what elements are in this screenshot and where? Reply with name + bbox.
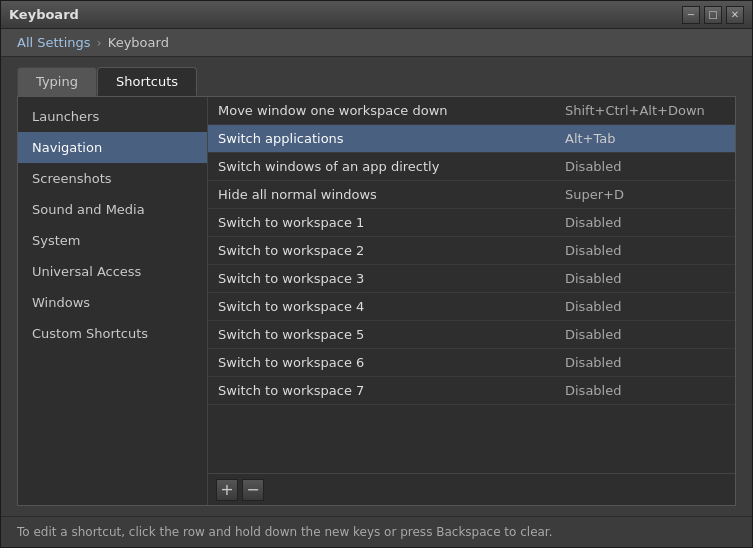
shortcut-name: Switch to workspace 5 xyxy=(218,327,565,342)
sidebar-item-custom-shortcuts[interactable]: Custom Shortcuts xyxy=(18,318,207,349)
shortcut-key: Disabled xyxy=(565,355,725,370)
shortcut-key: Disabled xyxy=(565,271,725,286)
table-row[interactable]: Switch to workspace 1Disabled xyxy=(208,209,735,237)
shortcut-name: Switch windows of an app directly xyxy=(218,159,565,174)
title-bar: Keyboard − □ ✕ xyxy=(1,1,752,29)
sidebar: Launchers Navigation Screenshots Sound a… xyxy=(18,97,208,505)
table-row[interactable]: Switch to workspace 3Disabled xyxy=(208,265,735,293)
shortcut-key: Disabled xyxy=(565,243,725,258)
shortcut-key: Alt+Tab xyxy=(565,131,725,146)
shortcut-name: Switch applications xyxy=(218,131,565,146)
sidebar-item-windows[interactable]: Windows xyxy=(18,287,207,318)
table-row[interactable]: Move window one workspace downShift+Ctrl… xyxy=(208,97,735,125)
shortcut-key: Shift+Ctrl+Alt+Down xyxy=(565,103,725,118)
shortcut-key: Disabled xyxy=(565,215,725,230)
shortcut-key: Disabled xyxy=(565,383,725,398)
breadcrumb-separator: › xyxy=(97,35,102,50)
shortcut-key: Disabled xyxy=(565,159,725,174)
status-bar: To edit a shortcut, click the row and ho… xyxy=(1,516,752,547)
sidebar-item-system[interactable]: System xyxy=(18,225,207,256)
shortcut-key: Disabled xyxy=(565,327,725,342)
shortcut-key: Super+D xyxy=(565,187,725,202)
table-row[interactable]: Switch to workspace 2Disabled xyxy=(208,237,735,265)
table-row[interactable]: Hide all normal windowsSuper+D xyxy=(208,181,735,209)
breadcrumb-all-settings[interactable]: All Settings xyxy=(17,35,91,50)
shortcut-name: Switch to workspace 7 xyxy=(218,383,565,398)
add-shortcut-button[interactable]: + xyxy=(216,479,238,501)
minimize-button[interactable]: − xyxy=(682,6,700,24)
sidebar-item-launchers[interactable]: Launchers xyxy=(18,101,207,132)
window-controls: − □ ✕ xyxy=(682,6,744,24)
shortcut-key: Disabled xyxy=(565,299,725,314)
shortcut-name: Hide all normal windows xyxy=(218,187,565,202)
table-footer: + − xyxy=(208,473,735,505)
sidebar-item-sound-and-media[interactable]: Sound and Media xyxy=(18,194,207,225)
panel: Launchers Navigation Screenshots Sound a… xyxy=(17,96,736,506)
table-row[interactable]: Switch to workspace 4Disabled xyxy=(208,293,735,321)
content-area: Move window one workspace downShift+Ctrl… xyxy=(208,97,735,505)
close-button[interactable]: ✕ xyxy=(726,6,744,24)
shortcut-name: Switch to workspace 6 xyxy=(218,355,565,370)
sidebar-item-navigation[interactable]: Navigation xyxy=(18,132,207,163)
maximize-button[interactable]: □ xyxy=(704,6,722,24)
keyboard-window: Keyboard − □ ✕ All Settings › Keyboard T… xyxy=(0,0,753,548)
tab-shortcuts[interactable]: Shortcuts xyxy=(97,67,197,96)
shortcut-name: Switch to workspace 1 xyxy=(218,215,565,230)
table-row[interactable]: Switch to workspace 6Disabled xyxy=(208,349,735,377)
shortcuts-table[interactable]: Move window one workspace downShift+Ctrl… xyxy=(208,97,735,473)
table-row[interactable]: Switch windows of an app directlyDisable… xyxy=(208,153,735,181)
tab-typing[interactable]: Typing xyxy=(17,67,97,96)
main-content: Typing Shortcuts Launchers Navigation Sc… xyxy=(1,57,752,516)
shortcut-name: Switch to workspace 3 xyxy=(218,271,565,286)
shortcut-name: Switch to workspace 2 xyxy=(218,243,565,258)
breadcrumb: All Settings › Keyboard xyxy=(17,35,736,50)
sidebar-item-screenshots[interactable]: Screenshots xyxy=(18,163,207,194)
shortcut-name: Move window one workspace down xyxy=(218,103,565,118)
system-settings-bar: All Settings › Keyboard xyxy=(1,29,752,57)
tab-bar: Typing Shortcuts xyxy=(17,67,736,96)
shortcut-name: Switch to workspace 4 xyxy=(218,299,565,314)
breadcrumb-current: Keyboard xyxy=(108,35,169,50)
table-row[interactable]: Switch to workspace 5Disabled xyxy=(208,321,735,349)
table-row[interactable]: Switch to workspace 7Disabled xyxy=(208,377,735,405)
table-row[interactable]: Switch applicationsAlt+Tab xyxy=(208,125,735,153)
remove-shortcut-button[interactable]: − xyxy=(242,479,264,501)
window-title: Keyboard xyxy=(9,7,79,22)
sidebar-item-universal-access[interactable]: Universal Access xyxy=(18,256,207,287)
status-text: To edit a shortcut, click the row and ho… xyxy=(17,525,553,539)
